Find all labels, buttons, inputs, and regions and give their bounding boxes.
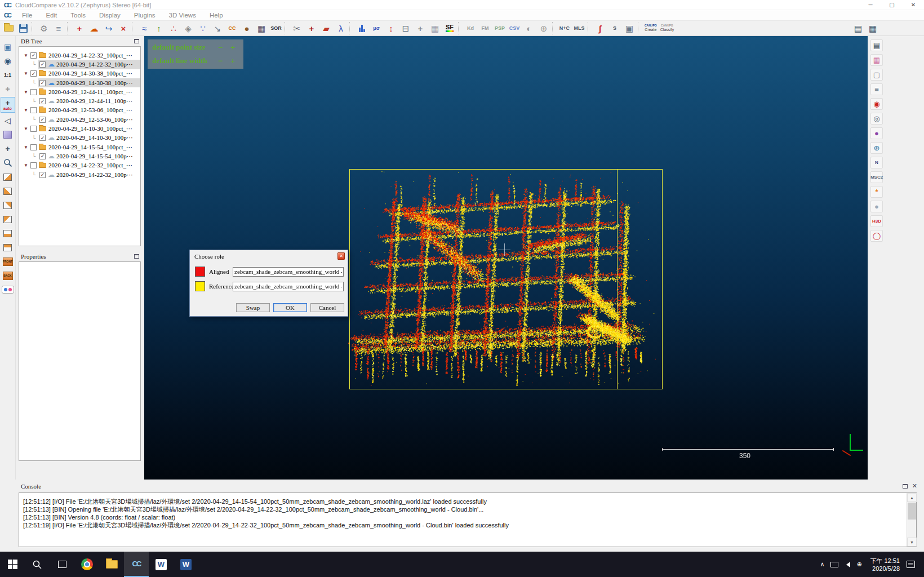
csv-export-button[interactable]: CSV [507,21,522,35]
trace-polyline-button[interactable]: ≈ [137,21,152,35]
global-shift-button[interactable]: ⚙ [37,21,51,35]
tree-item-folder[interactable]: ▼2020-04-29_12-53-06_100pct_⋯ [19,106,140,115]
plugin-msc-button[interactable]: MSC2 [870,171,883,183]
expand-icon[interactable]: ▼ [23,126,29,131]
plugin-purple-button[interactable]: ● [870,127,883,139]
file-explorer-button[interactable] [99,552,124,577]
apply-transform-button[interactable]: ↪ [101,21,116,35]
segment-button[interactable]: ✂ [290,21,304,35]
tree-item-folder[interactable]: ▼2020-04-29_14-10-30_100pct_⋯ [19,124,140,133]
menu-edit[interactable]: Edit [39,10,64,20]
plugin-h3d-button[interactable]: H3D [870,215,883,227]
menu-plugins[interactable]: Plugins [127,10,162,20]
filter-by-value-button[interactable]: ↕ [384,21,398,35]
tree-item-cloud[interactable]: ▼└✓☁2020-04-29_12-44-11_100p⋯ [19,96,140,105]
delete-button[interactable]: × [116,21,131,35]
expand-icon[interactable]: ▼ [23,53,29,58]
swap-button[interactable]: Swap [236,303,270,312]
rasterize-button[interactable]: ▦ [254,21,269,35]
auto-pick-center-button[interactable]: +auto [1,97,15,113]
tree-checkbox[interactable]: ✓ [39,98,46,104]
console-log[interactable]: [12:51:12] [I/O] File 'E:/北港朝天宮3D場域掃描/la… [19,492,917,547]
tree-item-folder[interactable]: ▼✓2020-04-29_14-22-32_100pct_⋯ [19,51,140,60]
canupo-create-button[interactable]: CANUPOCreate [643,21,659,35]
undock-icon[interactable] [903,484,908,489]
tree-checkbox[interactable] [30,126,37,132]
sphere-button[interactable]: ◐ [522,21,536,35]
zoom-button[interactable] [1,157,15,169]
tree-checkbox[interactable]: ✓ [39,61,46,68]
tree-item-folder[interactable]: ▼2020-04-29_12-44-11_100pct_⋯ [19,87,140,96]
point-picking-button[interactable]: ↘ [210,21,225,35]
sor-filter-button[interactable]: SOR [269,21,283,35]
task-view-button[interactable] [50,552,74,577]
word-button[interactable]: W [174,552,198,577]
tree-checkbox[interactable]: ✓ [30,52,37,59]
sdots-button[interactable]: S [607,21,622,35]
menu-tools[interactable]: Tools [64,10,92,20]
sf-calculator-button[interactable]: ▦ [428,21,442,35]
histogram-button[interactable] [354,21,369,35]
close-console-icon[interactable]: ✕ [912,482,917,490]
plugin-lines-button[interactable]: ≡ [870,83,883,95]
dialog-close-button[interactable]: ✕ [337,252,345,260]
plugin-star-button[interactable]: * [870,186,883,198]
mls-button[interactable]: MLS [572,21,587,35]
merge-button[interactable]: + [72,21,87,35]
nc-button[interactable]: N+C [557,21,572,35]
perspective-button[interactable] [1,128,15,141]
line-width-decrease-button[interactable]: − [214,56,226,66]
stats-button[interactable]: μσ [369,21,384,35]
tree-checkbox[interactable] [30,107,37,113]
plugin-compass-button[interactable]: N [870,157,883,168]
search-button[interactable] [25,552,50,577]
plugin-sphere-button[interactable]: ● [870,201,883,212]
line-width-increase-button[interactable]: + [226,56,239,66]
view-iso-back-button[interactable]: BACK [1,269,15,282]
canupo-classify-button[interactable]: CANUPOClassify [659,21,676,35]
translate-rotate-button[interactable]: + [304,21,319,35]
scroll-thumb[interactable] [908,503,916,520]
aligned-cloud-field[interactable] [233,267,344,277]
view-bottom-button[interactable] [1,185,15,197]
maximize-button[interactable]: ▢ [881,0,903,10]
expand-icon[interactable]: ▼ [23,145,29,150]
expand-icon[interactable]: ▼ [23,71,29,76]
plugin-aperture-button[interactable]: ◎ [870,113,883,125]
align-button[interactable]: CC [225,21,239,35]
hidden-icons-button[interactable]: ∧ [816,552,828,577]
screenshot-button[interactable]: ◉ [1,55,15,67]
view-iso-front-button[interactable]: FRONT [1,255,15,268]
cancel-button[interactable]: Cancel [310,303,344,312]
console-scrollbar[interactable]: ▲ ▼ [907,493,916,547]
sample-points-button[interactable]: ∵ [196,21,210,35]
network-tray-icon[interactable]: ⊕ [853,552,865,577]
clip-box-button[interactable]: ▰ [319,21,334,35]
globe-button[interactable]: ⊕ [536,21,551,35]
tree-item-cloud[interactable]: ▼└✓☁2020-04-29_14-15-54_100p⋯ [19,152,140,161]
save-button[interactable] [16,21,30,35]
plugin-marker-button[interactable]: ◉ [870,98,883,110]
tree-checkbox[interactable]: ✓ [39,153,46,159]
plugin-box-button[interactable]: ▢ [870,69,883,81]
cloudcompare-taskbar-button[interactable]: CC [124,552,149,577]
octree-button[interactable]: ◈ [181,21,196,35]
minimize-button[interactable]: ─ [860,0,881,10]
view-front-button[interactable] [1,199,15,211]
global-zoom-button[interactable]: + [1,83,15,95]
delete-sf-button[interactable]: ⊟ [398,21,413,35]
tree-checkbox[interactable] [30,144,37,150]
tree-item-folder[interactable]: ▼2020-04-29_14-22-32_100pct_⋯ [19,161,140,170]
scroll-down-icon[interactable]: ▼ [907,538,917,547]
tree-checkbox[interactable]: ✓ [39,135,46,141]
scroll-up-icon[interactable]: ▲ [907,493,917,502]
wb-app-button[interactable]: W [149,552,174,577]
menu-file[interactable]: File [15,10,39,20]
polyline-button[interactable]: λ [334,21,348,35]
dock-console-icon[interactable]: ▦ [865,22,880,35]
kd-tree-button[interactable]: Kd [463,21,478,35]
notification-center-button[interactable] [904,552,917,577]
zoom-1-1-button[interactable]: 1:1 [1,69,15,81]
open-button[interactable] [1,21,16,35]
point-size-decrease-button[interactable]: − [214,43,226,52]
